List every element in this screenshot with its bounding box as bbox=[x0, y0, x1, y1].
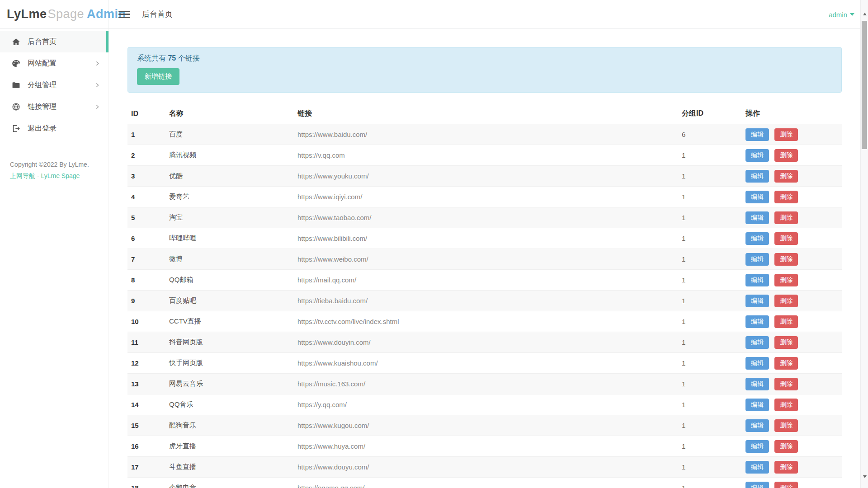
row-group-id: 1 bbox=[678, 353, 742, 374]
row-url: https://www.douyin.com/ bbox=[294, 332, 678, 353]
delete-button[interactable]: 删除 bbox=[774, 357, 798, 370]
row-id: 12 bbox=[127, 353, 165, 374]
scroll-up-arrow-icon[interactable] bbox=[861, 11, 868, 17]
table-row: 8 QQ邮箱 https://mail.qq.com/ 1 编辑 删除 bbox=[127, 270, 842, 291]
delete-button[interactable]: 删除 bbox=[774, 461, 798, 474]
edit-button[interactable]: 编辑 bbox=[745, 399, 769, 411]
delete-button[interactable]: 删除 bbox=[774, 440, 798, 453]
edit-button[interactable]: 编辑 bbox=[745, 315, 769, 328]
edit-button[interactable]: 编辑 bbox=[745, 440, 769, 453]
column-header-url: 链接 bbox=[294, 104, 678, 124]
table-row: 10 CCTV直播 https://tv.cctv.com/live/index… bbox=[127, 311, 842, 332]
logout-icon bbox=[11, 124, 20, 133]
copyright-text: Copyright ©2022 By LyLme. bbox=[10, 160, 108, 169]
edit-button[interactable]: 编辑 bbox=[745, 211, 769, 224]
row-name: 网易云音乐 bbox=[165, 374, 294, 394]
row-id: 13 bbox=[127, 374, 165, 394]
row-name: QQ音乐 bbox=[165, 394, 294, 415]
column-header-name: 名称 bbox=[165, 104, 294, 124]
row-actions: 编辑 删除 bbox=[742, 228, 842, 249]
row-actions: 编辑 删除 bbox=[742, 332, 842, 353]
sidebar-item-label: 链接管理 bbox=[28, 102, 57, 112]
row-name: 企鹅电竞 bbox=[165, 478, 294, 488]
table-row: 17 斗鱼直播 https://www.douyu.com/ 1 编辑 删除 bbox=[127, 457, 842, 478]
edit-button[interactable]: 编辑 bbox=[745, 232, 769, 245]
delete-button[interactable]: 删除 bbox=[774, 232, 798, 245]
row-id: 17 bbox=[127, 457, 165, 478]
delete-button[interactable]: 删除 bbox=[774, 253, 798, 266]
table-row: 5 淘宝 https://www.taobao.com/ 1 编辑 删除 bbox=[127, 207, 842, 228]
row-actions: 编辑 删除 bbox=[742, 187, 842, 207]
scroll-down-arrow-icon[interactable] bbox=[861, 474, 868, 480]
edit-button[interactable]: 编辑 bbox=[745, 149, 769, 162]
row-actions: 编辑 删除 bbox=[742, 291, 842, 311]
row-group-id: 1 bbox=[678, 374, 742, 394]
edit-button[interactable]: 编辑 bbox=[745, 170, 769, 183]
edit-button[interactable]: 编辑 bbox=[745, 482, 769, 488]
scrollbar-thumb[interactable] bbox=[862, 21, 867, 149]
table-row: 14 QQ音乐 https://y.qq.com/ 1 编辑 删除 bbox=[127, 394, 842, 415]
table-row: 12 快手网页版 https://www.kuaishou.com/ 1 编辑 … bbox=[127, 353, 842, 374]
delete-button[interactable]: 删除 bbox=[774, 419, 798, 432]
edit-button[interactable]: 编辑 bbox=[745, 336, 769, 349]
sidebar-item-site-config[interactable]: 网站配置 bbox=[0, 52, 108, 74]
folder-icon bbox=[11, 80, 20, 89]
row-name: 腾讯视频 bbox=[165, 145, 294, 166]
row-group-id: 1 bbox=[678, 457, 742, 478]
row-name: 哔哩哔哩 bbox=[165, 228, 294, 249]
row-actions: 编辑 删除 bbox=[742, 394, 842, 415]
row-url: https://music.163.com/ bbox=[294, 374, 678, 394]
sidebar-footer: Copyright ©2022 By LyLme. 上网导航 - LyLme S… bbox=[0, 153, 108, 181]
row-actions: 编辑 删除 bbox=[742, 207, 842, 228]
add-link-button[interactable]: 新增链接 bbox=[137, 68, 179, 85]
delete-button[interactable]: 删除 bbox=[774, 149, 798, 162]
delete-button[interactable]: 删除 bbox=[774, 399, 798, 411]
user-dropdown[interactable]: admin bbox=[829, 0, 854, 29]
edit-button[interactable]: 编辑 bbox=[745, 357, 769, 370]
row-group-id: 1 bbox=[678, 228, 742, 249]
sidebar-item-group-manage[interactable]: 分组管理 bbox=[0, 74, 108, 96]
footer-link-nav[interactable]: 上网导航 bbox=[10, 172, 35, 179]
delete-button[interactable]: 删除 bbox=[774, 315, 798, 328]
row-id: 10 bbox=[127, 311, 165, 332]
sidebar-item-link-manage[interactable]: 链接管理 bbox=[0, 96, 108, 117]
sidebar-item-logout[interactable]: 退出登录 bbox=[0, 117, 108, 139]
sidebar-item-label: 后台首页 bbox=[28, 37, 57, 47]
table-row: 4 爱奇艺 https://www.iqiyi.com/ 1 编辑 删除 bbox=[127, 187, 842, 207]
edit-button[interactable]: 编辑 bbox=[745, 419, 769, 432]
row-group-id: 1 bbox=[678, 249, 742, 270]
row-name: 优酷 bbox=[165, 166, 294, 187]
sidebar-item-home[interactable]: 后台首页 bbox=[0, 31, 108, 52]
delete-button[interactable]: 删除 bbox=[774, 211, 798, 224]
delete-button[interactable]: 删除 bbox=[774, 295, 798, 307]
table-row: 13 网易云音乐 https://music.163.com/ 1 编辑 删除 bbox=[127, 374, 842, 394]
edit-button[interactable]: 编辑 bbox=[745, 253, 769, 266]
link-count-text: 系统共有 75 个链接 bbox=[137, 54, 832, 63]
edit-button[interactable]: 编辑 bbox=[745, 295, 769, 307]
hamburger-menu-icon[interactable] bbox=[118, 10, 130, 19]
row-url: https://www.huya.com/ bbox=[294, 436, 678, 457]
row-group-id: 1 bbox=[678, 478, 742, 488]
edit-button[interactable]: 编辑 bbox=[745, 191, 769, 203]
links-table: ID 名称 链接 分组ID 操作 1 百度 https://www.baidu.… bbox=[127, 104, 842, 488]
row-name: 百度 bbox=[165, 124, 294, 145]
edit-button[interactable]: 编辑 bbox=[745, 461, 769, 474]
page-title: 后台首页 bbox=[142, 9, 173, 19]
footer-link-spage[interactable]: LyLme Spage bbox=[41, 172, 80, 179]
edit-button[interactable]: 编辑 bbox=[745, 128, 769, 141]
row-id: 1 bbox=[127, 124, 165, 145]
delete-button[interactable]: 删除 bbox=[774, 274, 798, 286]
scrollbar[interactable] bbox=[860, 0, 868, 488]
delete-button[interactable]: 删除 bbox=[774, 482, 798, 488]
delete-button[interactable]: 删除 bbox=[774, 128, 798, 141]
palette-icon bbox=[11, 59, 20, 68]
topbar: LyLmeSpageAdmin 后台首页 admin bbox=[0, 0, 868, 29]
delete-button[interactable]: 删除 bbox=[774, 191, 798, 203]
delete-button[interactable]: 删除 bbox=[774, 170, 798, 183]
delete-button[interactable]: 删除 bbox=[774, 378, 798, 390]
edit-button[interactable]: 编辑 bbox=[745, 378, 769, 390]
delete-button[interactable]: 删除 bbox=[774, 336, 798, 349]
table-body: 1 百度 https://www.baidu.com/ 6 编辑 删除 2 腾讯… bbox=[127, 124, 842, 488]
edit-button[interactable]: 编辑 bbox=[745, 274, 769, 286]
row-actions: 编辑 删除 bbox=[742, 457, 842, 478]
